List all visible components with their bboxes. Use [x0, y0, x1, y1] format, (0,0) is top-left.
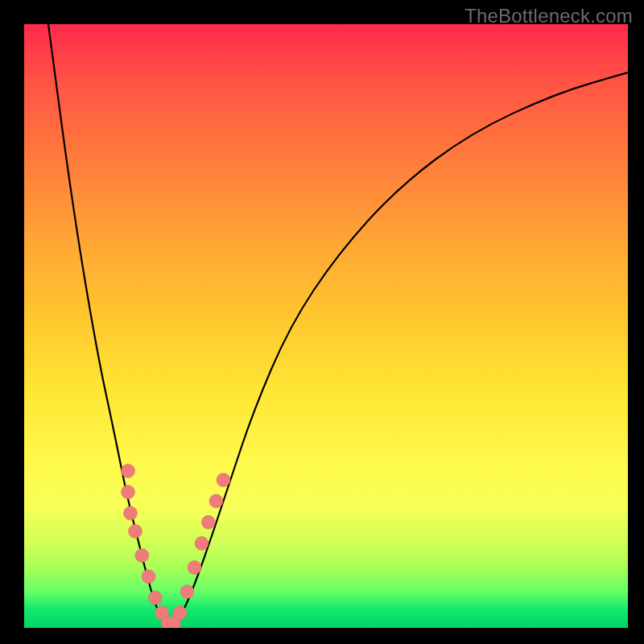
- data-marker: [124, 506, 138, 520]
- data-marker: [129, 525, 142, 539]
- data-marker: [201, 515, 215, 529]
- data-marker: [217, 473, 230, 487]
- chart-frame: TheBottleneck.com: [0, 0, 644, 644]
- data-marker: [135, 549, 149, 563]
- data-marker: [142, 570, 155, 584]
- data-marker: [122, 464, 135, 478]
- chart-svg: [24, 24, 628, 628]
- data-marker: [148, 591, 162, 605]
- watermark-label: TheBottleneck.com: [464, 5, 633, 27]
- data-marker: [180, 585, 194, 599]
- data-marker: [195, 537, 208, 551]
- plot-area: [24, 24, 628, 628]
- data-marker: [122, 485, 135, 499]
- data-marker: [173, 606, 187, 620]
- markers-group: [122, 464, 231, 629]
- data-marker: [209, 494, 223, 508]
- data-marker: [188, 561, 201, 575]
